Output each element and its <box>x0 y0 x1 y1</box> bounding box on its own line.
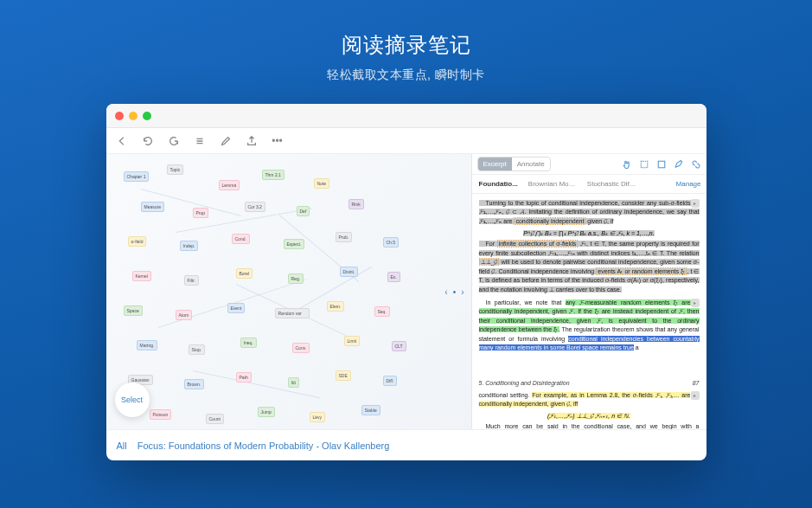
hero-title: 阅读摘录笔记 <box>342 31 471 59</box>
doc-tab-foundations[interactable]: Foundatio... <box>477 177 520 191</box>
map-node[interactable]: Random var <box>275 308 310 318</box>
map-node[interactable]: Measure <box>141 202 164 212</box>
minimize-button[interactable] <box>129 112 137 120</box>
map-node[interactable]: Def <box>297 206 310 216</box>
map-node[interactable]: Event <box>227 303 246 313</box>
note-badge[interactable]: ▸ <box>691 391 700 400</box>
map-node[interactable]: Itô <box>288 377 300 388</box>
doc-paragraph: For infinite collections of σ-fields 𝓕ₜ,… <box>479 240 700 294</box>
map-node[interactable]: Elem. <box>327 301 345 312</box>
map-node[interactable]: Conv. <box>292 343 310 353</box>
map-node[interactable]: Kernel <box>132 271 151 281</box>
map-node[interactable]: Cond. <box>232 234 250 244</box>
map-node[interactable]: Lemma <box>219 180 240 190</box>
window-titlebar <box>106 104 707 128</box>
map-node[interactable]: Ineq. <box>240 338 257 348</box>
map-node[interactable]: Ch.5 <box>383 237 400 248</box>
more-button[interactable]: ••• <box>269 132 286 150</box>
map-node[interactable]: Cor 3.2 <box>245 202 265 212</box>
map-node[interactable]: Stop. <box>189 344 206 355</box>
map-node[interactable]: Chapter 1 <box>124 171 150 182</box>
marquee-icon[interactable] <box>639 159 649 170</box>
maximize-button[interactable] <box>143 112 151 120</box>
map-node[interactable]: Space <box>124 305 143 316</box>
hero-subtitle: 轻松截取文本重点, 瞬时制卡 <box>327 68 485 83</box>
back-button[interactable] <box>113 132 131 150</box>
main-toolbar: ••• <box>106 128 707 154</box>
map-node[interactable]: Disint. <box>340 267 359 277</box>
edit-button[interactable] <box>217 132 234 150</box>
doc-paragraph: ▸ conditional setting. For example, as i… <box>479 391 700 409</box>
footer-bar: All Focus: Foundations of Modern Probabi… <box>106 429 707 460</box>
share-button[interactable] <box>243 132 260 150</box>
page-prev-button[interactable]: ‹ <box>443 286 449 299</box>
map-node[interactable]: Indep. <box>180 241 199 251</box>
page-dot: • <box>451 286 458 299</box>
doc-tool-icons <box>622 159 701 170</box>
hand-icon[interactable] <box>622 159 632 170</box>
map-node[interactable]: Prop <box>193 208 209 218</box>
select-mode-button[interactable]: Select <box>115 383 150 417</box>
map-node[interactable]: Filtr. <box>184 275 199 286</box>
map-node[interactable]: Borel <box>236 268 253 279</box>
map-node[interactable]: Stable <box>361 405 380 415</box>
map-node[interactable]: SDE <box>336 370 351 381</box>
app-window: ••• Chapter 1 Topic Lemma Thm 2.1 Note M… <box>106 104 707 460</box>
map-node[interactable]: Thm 2.1 <box>262 170 285 180</box>
doc-body[interactable]: ▸ Turning to the topic of conditional in… <box>472 194 707 429</box>
map-node[interactable]: Martng. <box>137 340 158 350</box>
note-badge[interactable]: ▸ <box>691 199 700 208</box>
doc-paragraph: ▸ Turning to the topic of conditional in… <box>479 199 700 226</box>
manage-link[interactable]: Manage <box>676 180 701 188</box>
sync-button[interactable] <box>165 132 182 150</box>
map-node[interactable]: Poisson <box>150 409 172 420</box>
close-button[interactable] <box>115 112 124 120</box>
note-badge[interactable]: ▸ <box>691 299 700 307</box>
document-pane: Excerpt Annotate Foundatio... Brownian M… <box>471 154 707 429</box>
map-node[interactable]: Lévy <box>310 412 326 422</box>
mindmap-pane[interactable]: Chapter 1 Topic Lemma Thm 2.1 Note Measu… <box>106 154 471 429</box>
filter-all[interactable]: All <box>117 440 127 451</box>
map-node[interactable]: Limit <box>344 336 361 346</box>
link-icon[interactable] <box>691 159 701 170</box>
map-node[interactable]: Count <box>206 414 224 424</box>
map-node[interactable]: σ-field <box>128 236 147 247</box>
doc-tab-brownian[interactable]: Brownian Moti... <box>527 177 579 191</box>
reload-button[interactable] <box>139 132 157 150</box>
map-node[interactable]: Rmk <box>348 199 364 209</box>
text-select-icon[interactable] <box>656 159 667 170</box>
excerpt-tab[interactable]: Excerpt <box>478 158 512 170</box>
map-node[interactable]: Reg. <box>288 273 304 284</box>
page-next-button[interactable]: › <box>459 286 465 299</box>
highlight-icon[interactable] <box>674 159 684 170</box>
doc-paragraph: Much more can be said in the conditional… <box>479 422 700 429</box>
content-area: Chapter 1 Topic Lemma Thm 2.1 Note Measu… <box>106 154 707 429</box>
map-node[interactable]: Expect. <box>284 239 305 249</box>
annotate-tab[interactable]: Annotate <box>512 158 550 170</box>
map-node[interactable]: Atom <box>176 310 193 320</box>
map-node[interactable]: CLT <box>392 341 406 351</box>
map-node[interactable]: Note <box>314 178 330 189</box>
map-node[interactable]: Brown. <box>184 379 205 389</box>
traffic-lights <box>115 112 151 120</box>
section-header: 5. Conditioning and Disintegration87 <box>479 380 700 386</box>
map-canvas: Chapter 1 Topic Lemma Thm 2.1 Note Measu… <box>106 154 471 429</box>
focus-label: Focus: Foundations of Modern Probability… <box>137 440 390 451</box>
svg-rect-1 <box>658 161 665 168</box>
doc-tabs: Foundatio... Brownian Moti... Stochastic… <box>472 175 707 194</box>
map-node[interactable]: Path <box>236 372 252 383</box>
map-node[interactable]: Diff. <box>383 376 398 386</box>
mode-segment: Excerpt Annotate <box>477 157 551 171</box>
map-node[interactable]: Jump <box>258 407 275 417</box>
doc-paragraph: ▸ In particular, we note that any 𝓕-meas… <box>479 299 700 353</box>
map-node[interactable]: Seq. <box>374 306 390 317</box>
map-node[interactable]: Ex. <box>387 272 400 282</box>
svg-rect-0 <box>641 161 648 168</box>
doc-formula: P^𝓖 ⋂ₖ Bₖ = ∏ₖ P^𝓖 Bₖ a.s., Bₖ ∈ 𝓕ₖ, k =… <box>479 230 700 237</box>
list-button[interactable] <box>191 132 208 150</box>
map-node[interactable]: Topic <box>167 164 184 175</box>
doc-formula: (𝓕₁,…,𝓕ₙ) ⊥⊥_𝓖 𝓕ₙ₊₁, n ∈ ℕ. <box>479 413 700 420</box>
map-node[interactable]: Prob. <box>336 232 353 242</box>
doc-tab-stochastic[interactable]: Stochastic Dif... <box>585 177 637 191</box>
doc-header: Excerpt Annotate <box>472 154 707 175</box>
